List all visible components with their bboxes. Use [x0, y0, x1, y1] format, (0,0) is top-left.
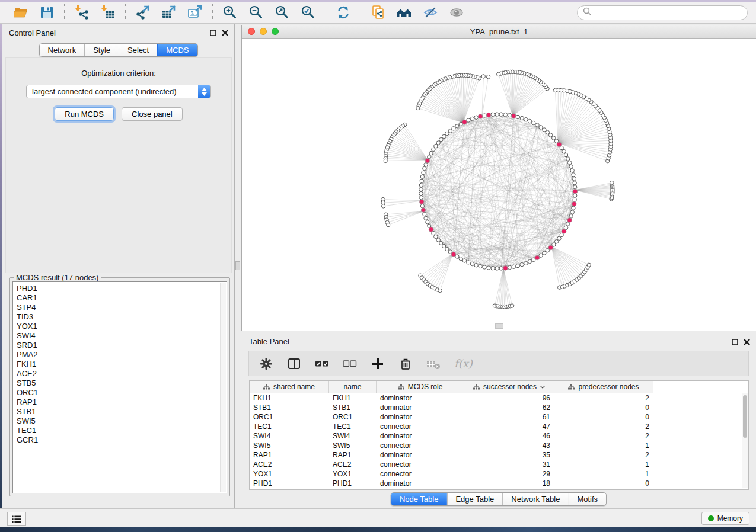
export-image-icon[interactable]	[187, 4, 203, 21]
tab-network-table[interactable]: Network Table	[502, 493, 568, 505]
cell-role: dominator	[377, 479, 464, 488]
table-row[interactable]: ACE2ACE2connector311	[250, 460, 748, 469]
close-panel-icon[interactable]	[222, 28, 228, 39]
zoom-fit-icon[interactable]	[274, 4, 291, 21]
cell-name: SWI5	[329, 441, 377, 450]
tab-motifs[interactable]: Motifs	[568, 493, 606, 505]
cell-role: dominator	[377, 403, 464, 412]
select-all-icon[interactable]	[315, 357, 329, 371]
network-canvas[interactable]	[242, 38, 756, 331]
table-row[interactable]: PHD1PHD1dominator180	[250, 479, 748, 488]
panel-splitter-handle[interactable]	[235, 261, 240, 270]
open-file-icon[interactable]	[12, 4, 29, 21]
mcds-result-item: SWI4	[13, 331, 227, 341]
mcds-result-item: SWI5	[13, 416, 227, 426]
mcds-result-item: STB1	[13, 407, 227, 416]
table-row[interactable]: FKH1FKH1dominator962	[250, 393, 748, 403]
tab-mcds[interactable]: MCDS	[157, 44, 197, 56]
mcds-result-group: MCDS result (17 nodes) PHD1CAR1STP4TID3Y…	[9, 277, 230, 496]
cell-predecessors: 2	[554, 451, 653, 459]
table-row[interactable]: TEC1TEC1connector472	[250, 422, 748, 431]
column-header-successor-nodes[interactable]: successor nodes	[464, 381, 554, 393]
table-row[interactable]: SWI4SWI4dominator462	[250, 431, 748, 441]
mcds-result-list: PHD1CAR1STP4TID3YOX1SWI4SRD1PMA2FKH1ACE2…	[12, 281, 227, 493]
column-header-predecessor-nodes[interactable]: predecessor nodes	[554, 381, 653, 393]
toolbar-group-zoom	[213, 4, 326, 21]
column-header-MCDS-role[interactable]: MCDS role	[377, 381, 464, 393]
table-toolbar: f(x)	[248, 351, 749, 376]
close-window-icon[interactable]	[248, 28, 255, 35]
cell-shared-name: SWI4	[250, 432, 329, 440]
table-row[interactable]: STB1STB1dominator620	[250, 403, 748, 412]
column-header-label: name	[343, 383, 361, 391]
cell-predecessors: 2	[554, 432, 653, 440]
zoom-out-icon[interactable]	[248, 4, 264, 21]
mcds-result-item: STP4	[13, 303, 227, 312]
hide-selected-icon[interactable]	[422, 4, 439, 21]
export-table-icon[interactable]	[161, 4, 177, 21]
run-mcds-button[interactable]: Run MCDS	[55, 107, 114, 121]
zoom-selected-icon[interactable]	[300, 4, 317, 21]
table-row[interactable]: ORC1ORC1dominator610	[250, 412, 748, 422]
zoom-in-icon[interactable]	[222, 4, 238, 21]
deselect-all-icon[interactable]	[343, 357, 357, 371]
table-row[interactable]: YOX1YOX1connector291	[250, 469, 748, 479]
tab-select[interactable]: Select	[119, 44, 157, 56]
mcds-result-item: ORC1	[13, 388, 227, 398]
cell-shared-name: RAP1	[250, 451, 329, 459]
mcds-list-scrollbar[interactable]	[220, 283, 226, 492]
copy-network-icon[interactable]	[370, 4, 387, 21]
cell-successors: 31	[464, 460, 554, 469]
column-header-name[interactable]: name	[329, 381, 377, 393]
cell-shared-name: TEC1	[250, 422, 329, 431]
maximize-window-icon[interactable]	[272, 28, 279, 35]
close-panel-icon[interactable]	[744, 337, 750, 348]
search-input[interactable]	[595, 8, 742, 18]
criterion-dropdown[interactable]: largest connected component (undirected)	[26, 85, 211, 98]
float-panel-icon[interactable]	[732, 337, 738, 348]
delete-column-icon[interactable]	[398, 357, 413, 371]
table-row[interactable]: SWI5SWI5connector431	[250, 441, 748, 450]
import-table-icon[interactable]	[100, 4, 116, 21]
cell-name: RAP1	[329, 451, 377, 459]
mcds-result-item: YOX1	[13, 322, 227, 331]
add-column-icon[interactable]	[371, 357, 385, 371]
cell-role: connector	[377, 470, 464, 478]
table-row[interactable]: RAP1RAP1dominator352	[250, 450, 748, 460]
cell-successors: 61	[464, 413, 554, 421]
tab-style[interactable]: Style	[84, 44, 119, 56]
cell-shared-name: STB1	[250, 403, 329, 412]
close-panel-button[interactable]: Close panel	[122, 107, 183, 121]
search-field[interactable]	[577, 5, 748, 20]
memory-button[interactable]: Memory	[701, 512, 749, 525]
minimize-window-icon[interactable]	[260, 28, 267, 35]
cell-shared-name: FKH1	[250, 394, 329, 402]
table-settings-icon[interactable]	[259, 357, 273, 371]
float-panel-icon[interactable]	[210, 28, 216, 39]
delete-table-icon	[426, 357, 441, 371]
mcds-result-item: STB5	[13, 379, 227, 388]
panel-menu-button[interactable]	[7, 512, 26, 526]
mcds-result-item: FKH1	[13, 360, 227, 369]
tab-edge-table[interactable]: Edge Table	[446, 493, 502, 505]
mcds-result-item: TEC1	[13, 426, 227, 435]
export-network-icon[interactable]	[135, 4, 151, 21]
save-session-icon[interactable]	[39, 4, 55, 21]
toolbar-group-refresh	[326, 4, 361, 21]
import-network-icon[interactable]	[74, 4, 90, 21]
show-all-icon[interactable]	[448, 4, 465, 21]
table-scrollbar-thumb[interactable]	[743, 395, 747, 438]
canvas-splitter-handle[interactable]	[495, 323, 503, 329]
refresh-icon[interactable]	[335, 4, 352, 21]
table-scrollbar[interactable]	[742, 393, 748, 488]
cell-role: dominator	[377, 394, 464, 402]
show-columns-icon[interactable]	[287, 357, 301, 371]
cell-shared-name: SWI5	[250, 441, 329, 450]
column-header-shared-name[interactable]: shared name	[250, 381, 329, 393]
cell-role: dominator	[377, 413, 464, 421]
first-neighbors-icon[interactable]	[396, 4, 413, 21]
cell-predecessors: 0	[554, 413, 653, 421]
mcds-result-item: SRD1	[13, 341, 227, 350]
tab-node-table[interactable]: Node Table	[391, 493, 447, 505]
tab-network[interactable]: Network	[39, 44, 84, 56]
